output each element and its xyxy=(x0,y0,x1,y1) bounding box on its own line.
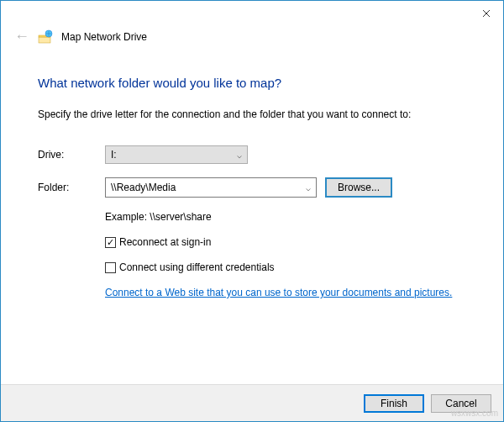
titlebar xyxy=(1,1,503,26)
back-arrow-icon: ← xyxy=(14,28,29,45)
content-area: What network folder would you like to ma… xyxy=(1,61,503,298)
options-block: Example: \\server\share ✓ Reconnect at s… xyxy=(105,211,466,298)
drive-value: I: xyxy=(111,149,117,161)
folder-value: \\Ready\Media xyxy=(111,182,176,193)
cancel-button[interactable]: Cancel xyxy=(431,394,491,413)
close-icon xyxy=(482,9,491,18)
network-drive-icon xyxy=(38,29,53,45)
web-site-link[interactable]: Connect to a Web site that you can use t… xyxy=(105,287,452,298)
drive-row: Drive: I: ⌵ xyxy=(38,145,466,164)
chevron-down-icon: ⌵ xyxy=(237,150,242,160)
reconnect-checkbox[interactable]: ✓ xyxy=(105,237,116,248)
finish-button[interactable]: Finish xyxy=(364,394,424,413)
page-heading: What network folder would you like to ma… xyxy=(38,76,466,90)
credentials-checkbox[interactable] xyxy=(105,262,116,273)
svg-rect-0 xyxy=(39,37,50,43)
folder-dropdown[interactable]: \\Ready\Media ⌵ xyxy=(105,177,317,198)
browse-button[interactable]: Browse... xyxy=(325,177,392,198)
credentials-row: Connect using different credentials xyxy=(105,261,466,273)
chevron-down-icon: ⌵ xyxy=(306,183,311,193)
wizard-title: Map Network Drive xyxy=(61,31,147,43)
folder-label: Folder: xyxy=(38,182,105,193)
folder-row: Folder: \\Ready\Media ⌵ Browse... xyxy=(38,177,466,198)
example-text: Example: \\server\share xyxy=(105,211,466,223)
wizard-header: ← Map Network Drive xyxy=(1,26,503,61)
instruction-text: Specify the drive letter for the connect… xyxy=(38,108,466,120)
reconnect-label: Reconnect at sign-in xyxy=(119,236,211,248)
close-button[interactable] xyxy=(470,2,503,25)
footer-bar: Finish Cancel xyxy=(1,384,503,421)
drive-dropdown[interactable]: I: ⌵ xyxy=(105,145,248,164)
reconnect-row: ✓ Reconnect at sign-in xyxy=(105,236,466,248)
drive-label: Drive: xyxy=(38,149,105,161)
credentials-label: Connect using different credentials xyxy=(119,261,275,273)
